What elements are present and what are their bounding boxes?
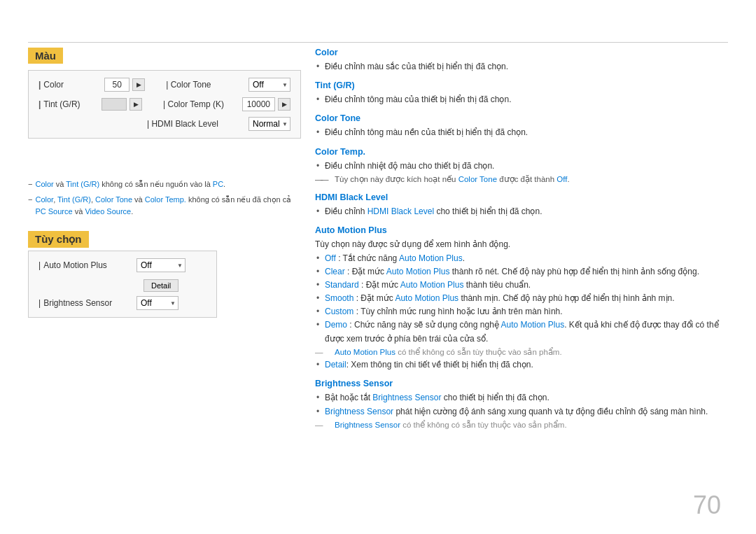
- mau-section-title: Màu: [28, 48, 63, 64]
- hdmi-select[interactable]: Normal Low: [248, 117, 290, 131]
- tint-value: ▶: [102, 98, 142, 111]
- tint-arrow-btn[interactable]: ▶: [130, 98, 142, 111]
- hdmi-label: | HDMI Black Level: [147, 119, 248, 129]
- brightness-subnote: — Brightness Sensor có thể không có sẵn …: [315, 419, 728, 431]
- right-panel: Color Điều chỉnh màu sắc của thiết bị hi…: [315, 48, 728, 506]
- brightness-row: | Brightness Sensor Off On: [38, 296, 206, 310]
- hdmi-select-wrap: Normal Low: [248, 117, 290, 131]
- hdmi-bullets: Điều chỉnh HDMI Black Level cho thiết bị…: [315, 205, 728, 218]
- amp-select-wrap: Off Clear Standard Smooth Custom Demo: [136, 258, 186, 272]
- colortone-select[interactable]: Off Cool Normal Warm1 Warm2: [248, 78, 290, 92]
- amp-bullet-custom: Custom : Tùy chỉnh mức rung hình hoặc lư…: [315, 305, 728, 318]
- color-bullet-1: Điều chỉnh màu sắc của thiết bị hiển thị…: [315, 60, 728, 73]
- tint-slider: [102, 98, 127, 111]
- hdmi-heading: HDMI Black Level: [315, 192, 728, 202]
- amp-bullet-demo: Demo : Chức năng này sẽ sử dụng công ngh…: [315, 318, 728, 345]
- amp-bullet-detail: Detail: Xem thông tin chi tiết về thiết …: [315, 358, 728, 372]
- amp-row: | Auto Motion Plus Off Clear Standard Sm…: [38, 258, 206, 272]
- colortone-bullets: Điều chỉnh tông màu nền của thiết bị hiể…: [315, 126, 728, 139]
- hdmi-description: HDMI Black Level Điều chỉnh HDMI Black L…: [315, 192, 728, 218]
- color-description: Color Điều chỉnh màu sắc của thiết bị hi…: [315, 48, 728, 73]
- color-value: 50 ▶: [104, 78, 145, 92]
- color-label: | Color: [38, 80, 104, 90]
- tuy-settings-box: | Auto Motion Plus Off Clear Standard Sm…: [28, 251, 217, 318]
- amp-label: | Auto Motion Plus: [38, 260, 136, 270]
- colortone-heading: Color Tone: [315, 113, 728, 123]
- colortemp-subnote: — Tùy chọn này được kích hoạt nếu Color …: [315, 173, 728, 185]
- colortone-label: | Color Tone: [166, 80, 248, 90]
- brightness-label: | Brightness Sensor: [38, 298, 136, 308]
- amp-select[interactable]: Off Clear Standard Smooth Custom Demo: [136, 258, 186, 272]
- brightness-heading: Brightness Sensor: [315, 379, 728, 388]
- color-number: 50: [104, 78, 130, 92]
- brightness-select-wrap: Off On: [136, 296, 178, 310]
- color-row: | Color 50 ▶ | Color Tone Off Cool Norma…: [38, 78, 290, 92]
- colortemp-heading: Color Temp.: [315, 147, 728, 157]
- amp-subnote: — Auto Motion Plus có thể không có sẵn t…: [315, 346, 728, 358]
- note-2: − Color, Tint (G/R), Color Tone và Color…: [28, 194, 301, 218]
- top-divider: [28, 42, 728, 43]
- page-number: 70: [693, 491, 721, 520]
- tint-row: | Tint (G/R) ▶ | Color Temp (K) 10000 ▶: [38, 97, 290, 111]
- brightness-description: Brightness Sensor Bật hoặc tắt Brightnes…: [315, 379, 728, 431]
- tint-heading: Tint (G/R): [315, 80, 728, 90]
- brightness-select[interactable]: Off On: [136, 296, 178, 310]
- color-bullets: Điều chỉnh màu sắc của thiết bị hiển thị…: [315, 60, 728, 73]
- amp-bullet-clear: Clear : Đặt mức Auto Motion Plus thành r…: [315, 265, 728, 279]
- color-arrow-btn[interactable]: ▶: [132, 78, 145, 91]
- detail-row: Detail: [38, 276, 206, 292]
- hdmi-bullet-1: Điều chỉnh HDMI Black Level cho thiết bị…: [315, 205, 728, 218]
- tint-description: Tint (G/R) Điều chỉnh tông màu của thiết…: [315, 80, 728, 106]
- colortemp-bullets: Điều chỉnh nhiệt độ màu cho thiết bị đã …: [315, 160, 728, 173]
- tint-label: | Tint (G/R): [38, 99, 102, 109]
- brightness-bullet-1: Bật hoặc tắt Brightness Sensor cho thiết…: [315, 391, 728, 405]
- amp-bullet-off: Off : Tắt chức năng Auto Motion Plus.: [315, 252, 728, 265]
- mau-notes: − Color và Tint (G/R) không có sẵn nếu n…: [28, 178, 301, 221]
- hdmi-row: | HDMI Black Level Normal Low: [147, 117, 290, 131]
- amp-description: Auto Motion Plus Tùy chọn này được sử dụ…: [315, 225, 728, 372]
- color-heading: Color: [315, 48, 728, 57]
- tint-bullets: Điều chỉnh tông màu của thiết bị hiển th…: [315, 93, 728, 106]
- colortone-bullet-1: Điều chỉnh tông màu nền của thiết bị hiể…: [315, 126, 728, 139]
- colortemp-arrow-btn[interactable]: ▶: [278, 98, 290, 111]
- tuy-section-title: Tùy chọn: [28, 231, 89, 248]
- colortone-select-wrap: Off Cool Normal Warm1 Warm2: [248, 78, 290, 92]
- brightness-bullet-2: Brightness Sensor phát hiện cường độ ánh…: [315, 405, 728, 419]
- amp-bullet-smooth: Smooth : Đặt mức Auto Motion Plus thành …: [315, 292, 728, 305]
- brightness-bullets: Bật hoặc tắt Brightness Sensor cho thiết…: [315, 391, 728, 418]
- tint-bullet-1: Điều chỉnh tông màu của thiết bị hiển th…: [315, 93, 728, 106]
- amp-main-text: Tùy chọn này được sử dụng để xem hình ản…: [315, 238, 728, 251]
- colortone-description: Color Tone Điều chỉnh tông màu nền của t…: [315, 113, 728, 139]
- colortemp-number: 10000: [242, 97, 275, 111]
- colortemp-bullet-1: Điều chỉnh nhiệt độ màu cho thiết bị đã …: [315, 160, 728, 173]
- colortemp-value: 10000 ▶: [242, 97, 290, 111]
- mau-settings-box: | Color 50 ▶ | Color Tone Off Cool Norma…: [28, 70, 301, 139]
- amp-bullets: Off : Tắt chức năng Auto Motion Plus. Cl…: [315, 252, 728, 346]
- colortemp-description: Color Temp. Điều chỉnh nhiệt độ màu cho …: [315, 147, 728, 186]
- amp-bullet-standard: Standard : Đặt mức Auto Motion Plus thàn…: [315, 279, 728, 292]
- note-1: − Color và Tint (G/R) không có sẵn nếu n…: [28, 178, 301, 191]
- amp-detail-bullet: Detail: Xem thông tin chi tiết về thiết …: [315, 358, 728, 372]
- amp-heading: Auto Motion Plus: [315, 225, 728, 235]
- detail-button[interactable]: Detail: [144, 279, 178, 292]
- colortemp-label: | Color Temp (K): [163, 99, 242, 109]
